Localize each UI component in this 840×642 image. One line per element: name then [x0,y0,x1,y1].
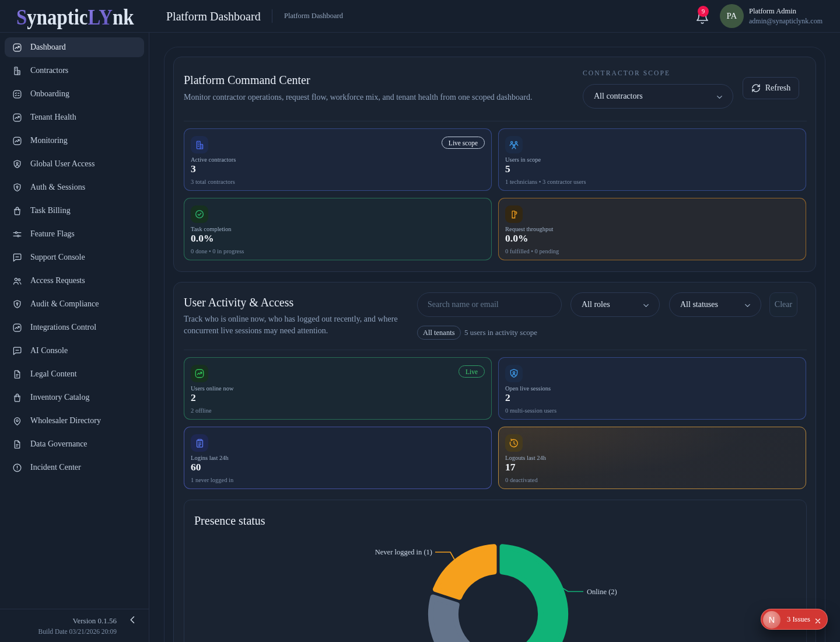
svg-text:Never logged in (1): Never logged in (1) [375,548,432,556]
svg-text:Online (2): Online (2) [587,588,617,596]
